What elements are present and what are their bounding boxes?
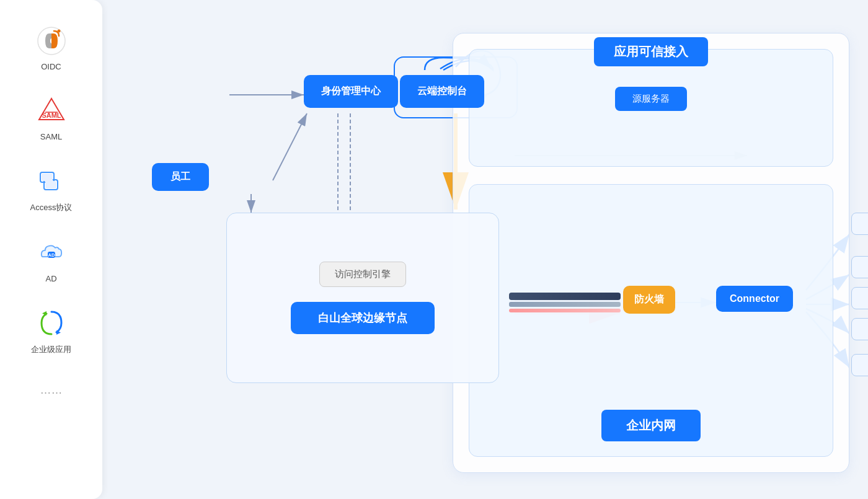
sidebar: OIDC SAML SAML Access协议 — [0, 0, 102, 499]
sidebar-item-saml-label: SAML — [40, 132, 62, 141]
main-content: 身份管理中心 云端控制台 员工 访问控制引擎 白山全球边缘节点 — [102, 0, 868, 499]
connector-box: Connector — [716, 286, 793, 312]
protocol-vnc-box: VNC — [851, 318, 868, 340]
access-icon — [34, 164, 69, 198]
sidebar-item-oidc-label: OIDC — [41, 62, 61, 71]
protocol-rdp-box: RDP — [851, 287, 868, 309]
oidc-icon — [34, 24, 69, 58]
edge-node-container: 访问控制引擎 白山全球边缘节点 — [226, 213, 499, 383]
sidebar-item-ad-label: AD — [45, 274, 56, 283]
enterprise-section: 企业内网 — [469, 184, 833, 457]
sidebar-item-access-label: Access协议 — [30, 202, 73, 213]
svg-point-1 — [57, 30, 60, 33]
svg-rect-7 — [42, 174, 53, 181]
sidebar-item-ad[interactable]: AD AD — [24, 231, 79, 288]
access-control-box: 访问控制引擎 — [319, 262, 406, 287]
cloud-console-box: 云端控制台 — [400, 75, 484, 108]
app-trust-section: 应用可信接入 源服务器 — [469, 49, 833, 167]
employee-box: 员工 — [152, 163, 209, 191]
edge-node-label: 白山全球边缘节点 — [291, 302, 435, 334]
sidebar-more-label: …… — [40, 384, 63, 397]
saml-icon: SAML — [34, 94, 69, 128]
sidebar-item-access[interactable]: Access协议 — [20, 159, 82, 218]
protocol-tcp-box: TCP — [851, 354, 868, 376]
sidebar-item-saml[interactable]: SAML SAML — [24, 89, 79, 146]
protocol-ssh-box: SSH — [851, 256, 868, 278]
enterprise-icon — [34, 306, 69, 340]
app-trust-title: 应用可信接入 — [594, 37, 708, 66]
svg-text:AD: AD — [48, 252, 55, 258]
svg-rect-8 — [45, 181, 56, 188]
identity-center-box: 身份管理中心 — [304, 75, 398, 108]
sidebar-item-more[interactable]: …… — [30, 373, 73, 402]
sidebar-item-enterprise-label: 企业级应用 — [31, 344, 71, 355]
svg-line-24 — [273, 113, 307, 180]
ad-icon: AD — [34, 236, 69, 270]
origin-server-box: 源服务器 — [615, 87, 687, 111]
sidebar-item-enterprise[interactable]: 企业级应用 — [21, 301, 81, 360]
sidebar-item-oidc[interactable]: OIDC — [24, 19, 79, 76]
diagram: 身份管理中心 云端控制台 员工 访问控制引擎 白山全球边缘节点 — [127, 20, 849, 479]
enterprise-intranet-title: 企业内网 — [601, 410, 701, 441]
svg-text:SAML: SAML — [42, 112, 61, 119]
protocol-web-box: Web — [851, 213, 868, 235]
firewall-box: 防火墙 — [623, 286, 675, 314]
right-panel: 应用可信接入 源服务器 企业内网 — [453, 33, 849, 473]
